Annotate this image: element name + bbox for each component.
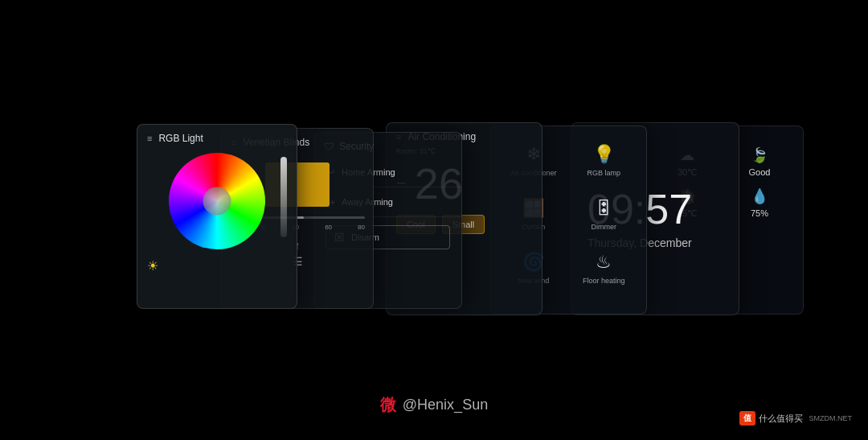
dimmer-label: Dimmer [592, 223, 617, 231]
blinds-tick-60: 60 [325, 224, 332, 231]
scene: ≡ RGB Light ☀ ≡ Venetian Blinds [0, 0, 868, 440]
color-wheel-container [137, 149, 297, 253]
icon-cell-floor-heating[interactable]: ♨ Floor heating [570, 242, 639, 294]
weather-quality-value: Good [749, 167, 771, 177]
rgb-header: ≡ RGB Light [137, 125, 297, 149]
brightness-slider[interactable] [280, 157, 287, 237]
color-wheel[interactable] [169, 153, 265, 249]
bottom-logo: 值 什么值得买 SMZDM.NET [739, 411, 853, 426]
weather-drop-icon: 💧 [751, 187, 768, 205]
panels-container: ≡ RGB Light ☀ ≡ Venetian Blinds [113, 84, 755, 357]
floor-heating-label: Floor heating [583, 277, 625, 285]
dimmer-icon: 🎛 [595, 198, 612, 219]
brightness-icon: ☀ [147, 258, 158, 273]
watermark: 微 @Henix_Sun [380, 394, 488, 416]
floor-heating-icon: ♨ [596, 252, 612, 273]
logo-text: 什么值得买 [759, 413, 803, 425]
blinds-tick-80: 80 [358, 224, 365, 231]
logo-badge: 值 [739, 411, 755, 426]
logo-sub: SMZDM.NET [809, 414, 853, 422]
rgb-lamp-label: RGB lamp [587, 169, 620, 177]
watermark-text: @Henix_Sun [403, 397, 488, 413]
rgb-lamp-icon: 💡 [593, 144, 615, 165]
rgb-title: RGB Light [158, 133, 203, 144]
weather-leaf-icon: 🍃 [751, 146, 768, 164]
panel-rgb-light: ≡ RGB Light ☀ [137, 124, 297, 309]
menu-icon: ≡ [147, 134, 154, 143]
rgb-bottom: ☀ [137, 253, 297, 278]
icon-cell-rgb-lamp[interactable]: 💡 RGB lamp [570, 134, 639, 187]
weibo-icon: 微 [380, 394, 396, 416]
weather-humidity-value: 75% [751, 208, 768, 218]
icon-cell-dimmer[interactable]: 🎛 Dimmer [570, 188, 639, 241]
